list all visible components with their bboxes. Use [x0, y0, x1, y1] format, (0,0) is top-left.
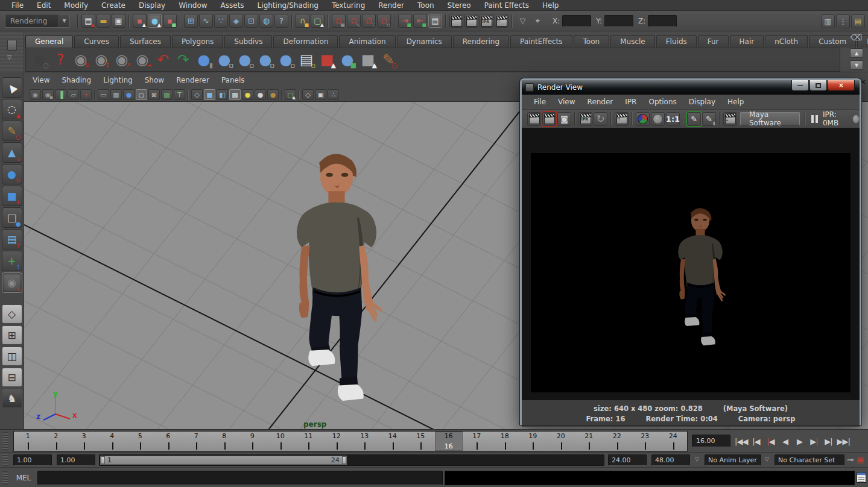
frame-22[interactable]: 22: [603, 432, 632, 451]
move-tool[interactable]: ▲↘: [2, 142, 22, 163]
step-back-frame-button[interactable]: |◀: [749, 433, 763, 449]
chevron-down-icon[interactable]: ▽: [695, 456, 699, 462]
lasso-select-tool[interactable]: ◌▲: [2, 99, 22, 119]
menu-file[interactable]: File: [5, 0, 30, 11]
render-current-frame-icon[interactable]: [527, 112, 541, 126]
frame-21[interactable]: 21: [575, 432, 603, 451]
shelf-scroll-up-button[interactable]: ▲: [850, 48, 863, 58]
frame-10[interactable]: 10: [267, 432, 295, 451]
shelf-menu-button[interactable]: [7, 40, 17, 51]
render-view-menu-help[interactable]: Help: [721, 96, 750, 107]
drag-grip[interactable]: [2, 432, 8, 450]
open-scene-icon[interactable]: ▬: [97, 14, 110, 28]
bookmarks-icon[interactable]: ▐: [55, 89, 66, 100]
textured-mode-icon[interactable]: ◧: [217, 89, 228, 100]
renderer-select-button[interactable]: Maya Software: [740, 112, 800, 125]
go-to-start-button[interactable]: |◀◀: [733, 433, 749, 449]
step-forward-key-button[interactable]: ▶|: [806, 433, 821, 449]
drag-grip[interactable]: [2, 454, 8, 466]
auto-keyframe-icon[interactable]: ▣: [857, 455, 864, 464]
make-live-icon[interactable]: ◍: [259, 14, 273, 28]
text-hud-icon[interactable]: T: [174, 89, 185, 100]
render-view-menu-display[interactable]: Display: [683, 96, 721, 107]
menu-render[interactable]: Render: [372, 0, 411, 11]
isolate-select-icon[interactable]: ◇: [302, 89, 314, 100]
shelf-tab-ncloth[interactable]: nCloth: [765, 35, 808, 48]
delete-unused-nodes-icon[interactable]: ●▮: [194, 49, 214, 70]
save-scene-icon[interactable]: ▣: [112, 14, 125, 28]
display-alpha-channel-icon[interactable]: [651, 112, 665, 126]
shelf-tab-general[interactable]: General: [25, 35, 73, 48]
paint-effects-panel-button[interactable]: ♞: [2, 389, 22, 408]
safe-title-icon[interactable]: ▩: [161, 89, 173, 100]
panel-menu-shading[interactable]: Shading: [62, 75, 98, 86]
frame-9[interactable]: 9: [238, 432, 267, 451]
scale-tool[interactable]: ■+: [2, 186, 22, 206]
menu-collapse-icon[interactable]: ▽: [516, 14, 530, 28]
minimize-button[interactable]: —: [791, 80, 809, 91]
absolute-transform-icon[interactable]: ⌖: [531, 14, 545, 28]
redo-previous-render-icon[interactable]: [542, 112, 556, 126]
select-component-shelf-icon[interactable]: ■▲: [358, 49, 378, 70]
soft-modification-tool[interactable]: ▤↑: [2, 229, 22, 250]
frame-11[interactable]: 11: [294, 432, 323, 451]
render-view-menu-render[interactable]: Render: [581, 96, 619, 107]
frame-18[interactable]: 18: [491, 432, 519, 451]
select-component-mode-icon[interactable]: ▪■: [163, 14, 177, 28]
frame-1[interactable]: 1: [14, 432, 42, 451]
shelf-tab-fluids[interactable]: Fluids: [656, 35, 697, 48]
frame-17[interactable]: 17: [463, 432, 491, 451]
chevron-down-icon[interactable]: ▽: [765, 456, 769, 462]
maximize-button[interactable]: [809, 80, 827, 91]
render-region-icon[interactable]: ∷: [615, 112, 629, 126]
frame-24[interactable]: 24: [659, 432, 688, 451]
menu-set-dropdown[interactable]: Rendering ▼: [5, 14, 70, 28]
select-object-shelf-icon[interactable]: ●■: [337, 49, 358, 70]
paint-effects-shelf-icon[interactable]: ✎○: [378, 49, 399, 70]
snapshot-icon[interactable]: ◙: [557, 112, 571, 126]
paint-select-tool[interactable]: ✎○: [2, 121, 22, 141]
x-input[interactable]: [562, 15, 591, 27]
step-back-key-button[interactable]: |◀: [763, 433, 778, 449]
frame-14[interactable]: 14: [379, 432, 407, 451]
stop-render-icon[interactable]: [852, 115, 860, 124]
last-tool-camera[interactable]: ◉↘: [2, 272, 22, 293]
select-hierarchy-shelf-icon[interactable]: ■▲: [317, 49, 337, 70]
animation-end-field[interactable]: [651, 454, 690, 466]
set-key-icon[interactable]: ⊸: [847, 455, 854, 464]
help-line-icon[interactable]: ?: [50, 49, 71, 70]
shelf-tab-hair[interactable]: Hair: [730, 35, 764, 48]
remove-image-icon[interactable]: ✎▮: [702, 112, 716, 126]
lock-selection-icon[interactable]: ∩■: [296, 14, 309, 28]
render-view-menu-ipr[interactable]: IPR: [619, 96, 642, 107]
snap-rotate-icon[interactable]: Ω∿: [347, 14, 361, 28]
range-slider-track[interactable]: 1 24: [99, 454, 604, 466]
specular-light-icon[interactable]: ●: [267, 89, 279, 100]
output-from-selected-icon[interactable]: ⇤■: [413, 14, 427, 28]
select-tool[interactable]: ▲: [2, 77, 22, 98]
mel-language-button[interactable]: MEL: [11, 471, 36, 485]
menu-modify[interactable]: Modify: [57, 0, 95, 11]
hypergraph-icon[interactable]: ▤▫: [296, 49, 317, 70]
close-button[interactable]: ×: [828, 80, 855, 91]
shelf-tab-animation[interactable]: Animation: [339, 35, 395, 48]
rendered-image[interactable]: [531, 153, 851, 392]
snap-to-projected-center-icon[interactable]: ◈: [229, 14, 243, 28]
step-forward-frame-button[interactable]: ▶|: [821, 433, 835, 449]
menu-create[interactable]: Create: [95, 0, 132, 11]
character-model[interactable]: [275, 148, 398, 404]
textured-lights-icon[interactable]: ▩: [229, 89, 241, 100]
play-forwards-button[interactable]: ▶: [792, 433, 806, 449]
drag-grip[interactable]: [2, 471, 8, 485]
frame-3[interactable]: 3: [70, 432, 98, 451]
play-backwards-button[interactable]: ◀: [778, 433, 792, 449]
chevron-down-icon[interactable]: ▽: [7, 54, 11, 60]
frame-13[interactable]: 13: [350, 432, 379, 451]
frame-12[interactable]: 12: [323, 432, 351, 451]
menu-help[interactable]: Help: [536, 0, 565, 11]
menu-texturing[interactable]: Texturing: [325, 0, 372, 11]
frame-15[interactable]: 15: [407, 432, 435, 451]
select-hierarchy-mode-icon[interactable]: ▪▲: [133, 14, 147, 28]
zoom-one-to-one-icon[interactable]: 1:1: [666, 112, 680, 126]
gate-mask-icon[interactable]: ●: [123, 89, 135, 100]
